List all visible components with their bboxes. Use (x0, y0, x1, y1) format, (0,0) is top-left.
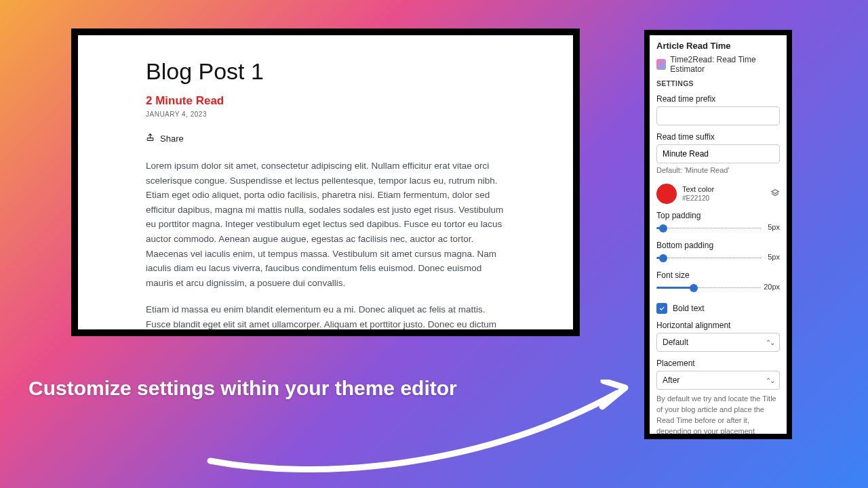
top-padding-value: 5px (768, 223, 780, 231)
placement-label: Placement (656, 359, 780, 368)
halign-select[interactable]: Default ⌃⌄ (656, 333, 780, 352)
color-info: Text color #E22120 (682, 185, 765, 202)
color-label: Text color (682, 185, 765, 194)
paragraph: Lorem ipsum dolor sit amet, consectetur … (146, 159, 505, 290)
app-icon (656, 59, 666, 70)
section-heading: SETTINGS (656, 79, 780, 87)
blog-title: Blog Post 1 (146, 58, 505, 85)
chevron-updown-icon: ⌃⌄ (766, 339, 774, 346)
halign-label: Horizontal alignment (656, 321, 780, 330)
color-swatch[interactable] (656, 184, 677, 204)
top-padding-label: Top padding (656, 211, 780, 220)
color-value: #E22120 (682, 195, 765, 203)
placement-help: By default we try and locate the Title o… (656, 394, 780, 439)
top-padding-slider[interactable]: 5px (656, 223, 780, 234)
share-label: Share (160, 134, 184, 144)
bottom-padding-value: 5px (768, 253, 780, 261)
chevron-updown-icon: ⌃⌄ (766, 377, 774, 384)
placement-value: After (663, 375, 679, 385)
read-time-label: 2 Minute Read (146, 94, 505, 108)
app-identifier[interactable]: Time2Read: Read Time Estimator (656, 55, 780, 74)
suffix-hint: Default: 'Minute Read' (656, 166, 780, 174)
share-icon (146, 133, 155, 144)
bold-label: Bold text (673, 304, 705, 313)
blog-preview-window: Blog Post 1 2 Minute Read JANUARY 4, 202… (71, 28, 580, 336)
share-button[interactable]: Share (146, 133, 505, 144)
settings-panel: Article Read Time Time2Read: Read Time E… (644, 30, 792, 439)
placement-select[interactable]: After ⌃⌄ (656, 371, 780, 390)
blog-content: Blog Post 1 2 Minute Read JANUARY 4, 202… (78, 35, 573, 336)
bottom-padding-slider[interactable]: 5px (656, 253, 780, 264)
app-name: Time2Read: Read Time Estimator (670, 55, 780, 74)
panel-title: Article Read Time (656, 41, 780, 51)
prefix-input[interactable] (656, 106, 780, 125)
bold-checkbox-row[interactable]: Bold text (656, 303, 780, 314)
marketing-caption: Customize settings within your theme edi… (28, 377, 457, 400)
paragraph: Etiam id massa eu enim blandit elementum… (146, 302, 505, 336)
svg-rect-0 (147, 138, 153, 141)
font-size-slider[interactable]: 20px (656, 283, 780, 293)
halign-value: Default (663, 338, 688, 347)
bold-checkbox[interactable] (656, 303, 667, 314)
font-size-label: Font size (656, 270, 780, 280)
font-size-value: 20px (764, 283, 780, 291)
suffix-input[interactable] (656, 144, 780, 163)
color-picker-row[interactable]: Text color #E22120 (656, 184, 780, 204)
post-date: JANUARY 4, 2023 (146, 110, 505, 118)
bottom-padding-label: Bottom padding (656, 241, 780, 250)
blog-body: Lorem ipsum dolor sit amet, consectetur … (146, 159, 505, 336)
layers-icon[interactable] (770, 188, 780, 200)
suffix-label: Read time suffix (656, 132, 780, 142)
prefix-label: Read time prefix (656, 94, 780, 104)
